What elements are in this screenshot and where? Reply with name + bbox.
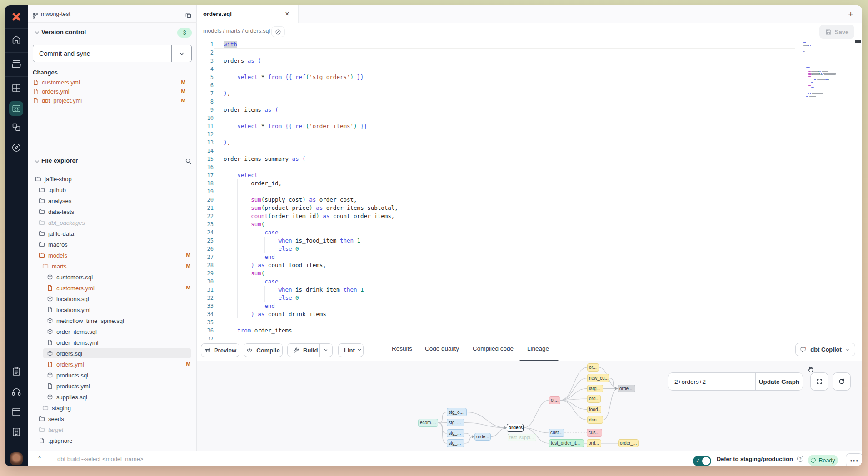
lint-options-chevron-icon[interactable]: [356, 344, 363, 357]
commit-options-chevron-icon[interactable]: [172, 50, 191, 57]
minimap[interactable]: [803, 42, 843, 99]
lineage-node-y8[interactable]: order_...: [618, 439, 639, 447]
refresh-button[interactable]: [833, 372, 851, 391]
rail-item-develop[interactable]: [9, 101, 23, 116]
lineage-filter-input[interactable]: 2+orders+2: [668, 373, 756, 390]
lineage-node-ecom[interactable]: ecom....: [418, 419, 438, 427]
tree-item-models[interactable]: modelsM: [28, 250, 197, 261]
command-input[interactable]: dbt build --select <model_name>: [57, 451, 143, 466]
lineage-node-stg4[interactable]: stg_...: [447, 439, 464, 447]
tree-item-order-items-sql[interactable]: order_items.sql: [28, 326, 197, 337]
tree-item-locations-sql[interactable]: locations.sql: [28, 293, 197, 304]
changed-file-row[interactable]: dbt_project.ymlM: [33, 96, 192, 105]
lineage-node-stg1[interactable]: stg_o...: [447, 408, 467, 416]
tab-compiled-code[interactable]: Compiled code: [473, 345, 514, 352]
build-options-chevron-icon[interactable]: [319, 344, 332, 357]
lineage-node-orde5[interactable]: orde...: [474, 433, 491, 441]
dbt-logo-icon[interactable]: [10, 10, 23, 23]
headset-icon[interactable]: [11, 387, 22, 397]
changed-file-row[interactable]: customers.ymlM: [33, 78, 192, 87]
changed-file-row[interactable]: orders.ymlM: [33, 87, 192, 96]
squares-icon[interactable]: [11, 122, 22, 133]
tree-item-supplies-sql[interactable]: supplies.sql: [28, 392, 197, 402]
tab-lineage[interactable]: Lineage: [527, 345, 549, 352]
branch-name[interactable]: mwong-test: [41, 11, 70, 17]
lineage-node-cust[interactable]: cust...: [549, 429, 564, 437]
lineage-node-testgreen[interactable]: test_order_it...: [549, 439, 584, 447]
vc-collapse-icon[interactable]: [34, 29, 40, 35]
tree-item-orders-yml[interactable]: orders.ymlM: [28, 359, 197, 370]
tree-item-customers-yml[interactable]: customers.ymlM: [28, 283, 197, 293]
save-button[interactable]: Save: [819, 25, 854, 39]
tab-orders-sql[interactable]: orders.sql ×: [197, 5, 299, 23]
commit-and-sync-button[interactable]: Commit and sync: [33, 45, 192, 62]
tree-item-dbt-packages[interactable]: dbt_packages: [28, 217, 197, 228]
tree-item-locations-yml[interactable]: locations.yml: [28, 304, 197, 315]
lineage-panel[interactable]: ecom....stg_o...stg_...stg_...stg_...ord…: [197, 361, 862, 451]
tree-item-products-sql[interactable]: products.sql: [28, 370, 197, 381]
ready-status-badge[interactable]: Ready: [808, 455, 838, 466]
tree-item-metricflow-time-spine-sql[interactable]: metricflow_time_spine.sql: [28, 315, 197, 326]
code-editor[interactable]: 1with23orders as (45 select * from {{ re…: [197, 40, 862, 340]
build-button[interactable]: Build: [287, 343, 333, 357]
tree-item-staging[interactable]: staging: [28, 402, 197, 413]
lineage-node-ghost[interactable]: test_suppl...: [508, 434, 536, 441]
compass-icon[interactable]: [11, 142, 22, 153]
editor-scrollbar[interactable]: [855, 40, 861, 43]
tab-results[interactable]: Results: [392, 345, 412, 352]
tree-item-data-tests[interactable]: data-tests: [28, 206, 197, 217]
version-control-title[interactable]: Version control: [41, 29, 86, 35]
org-icon[interactable]: [11, 426, 22, 437]
tree-item-customers-sql[interactable]: customers.sql: [28, 272, 197, 283]
clipboard-icon[interactable]: [11, 366, 22, 377]
tree-item-target[interactable]: target: [28, 424, 197, 435]
file-explorer-title[interactable]: File explorer: [41, 157, 78, 164]
lineage-node-stg3[interactable]: stg_...: [447, 429, 464, 437]
tree-item-order-items-yml[interactable]: order_items.yml: [28, 337, 197, 348]
fe-collapse-icon[interactable]: [34, 158, 40, 164]
lineage-node-y6[interactable]: drin...: [587, 416, 603, 424]
avatar[interactable]: [10, 452, 23, 465]
tree-item-analyses[interactable]: analyses: [28, 195, 197, 206]
lineage-node-y7[interactable]: ord...: [587, 439, 601, 447]
lineage-node-cuspink[interactable]: cus...: [587, 429, 602, 437]
fullscreen-button[interactable]: [810, 372, 828, 391]
home-icon[interactable]: [11, 34, 22, 45]
defer-toggle[interactable]: ✓: [693, 456, 711, 466]
lineage-node-orpink[interactable]: or...: [549, 396, 560, 404]
lineage-node-y2[interactable]: new_cu...: [587, 374, 609, 382]
tree-item-marts[interactable]: martsM: [28, 261, 197, 272]
expand-command-bar-icon[interactable]: ^: [38, 455, 41, 461]
search-icon[interactable]: [185, 158, 192, 164]
new-tab-button[interactable]: +: [846, 9, 856, 19]
lineage-node-gray[interactable]: orde...: [618, 385, 635, 392]
update-graph-button[interactable]: Update Graph: [756, 373, 803, 390]
tree-item-jaffle-data[interactable]: jaffle-data: [28, 228, 197, 239]
tree-item--github[interactable]: .github: [28, 184, 197, 195]
open-compiled-icon[interactable]: [271, 26, 285, 37]
tree-item--gitignore[interactable]: .gitignore: [28, 435, 197, 446]
lineage-node-y1[interactable]: or...: [587, 363, 599, 372]
tree-item-products-yml[interactable]: products.yml: [28, 381, 197, 392]
more-options-button[interactable]: ●●●: [846, 453, 862, 466]
dbt-copilot-button[interactable]: dbt Copilot: [795, 343, 855, 356]
preview-button[interactable]: Preview: [201, 343, 239, 357]
tree-item-jaffle-shop[interactable]: jaffle-shop: [28, 174, 197, 184]
lineage-node-y3[interactable]: larg...: [587, 385, 603, 392]
lineage-node-stg2[interactable]: stg_...: [447, 419, 464, 426]
tab-code-quality[interactable]: Code quality: [425, 345, 459, 352]
compile-button[interactable]: Compile: [244, 343, 283, 357]
docs-icon[interactable]: [11, 407, 22, 417]
grid-icon[interactable]: [11, 83, 22, 94]
tree-item-orders-sql[interactable]: orders.sql: [28, 348, 197, 359]
tab-close-icon[interactable]: ×: [283, 10, 292, 19]
stack-icon[interactable]: [11, 59, 22, 69]
tree-item-macros[interactable]: macros: [28, 239, 197, 250]
lineage-node-y4[interactable]: ord...: [587, 395, 601, 403]
lineage-node-y5[interactable]: food...: [587, 406, 601, 413]
lineage-node-orders[interactable]: orders: [507, 424, 524, 432]
copy-icon[interactable]: [185, 12, 192, 19]
tree-item-seeds[interactable]: seeds: [28, 413, 197, 424]
lint-button[interactable]: Lint: [338, 343, 364, 357]
help-icon[interactable]: ?: [797, 456, 803, 462]
